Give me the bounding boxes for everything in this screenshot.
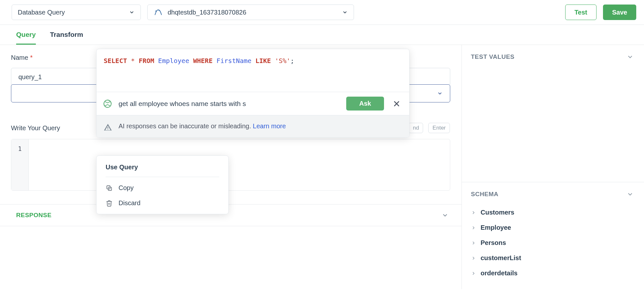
copy-icon	[106, 185, 113, 192]
sql-token: WHERE	[193, 57, 213, 65]
ai-prompt-input[interactable]	[119, 98, 340, 110]
test-values-section: TEST VALUES	[462, 45, 644, 69]
schema-label: SCHEMA	[471, 191, 498, 198]
left-column: Name * query_1 Write Your Query nd Enter	[0, 45, 462, 289]
schema-item-employee[interactable]: Employee	[471, 220, 634, 235]
required-asterisk: *	[30, 54, 33, 61]
ask-button[interactable]: Ask	[346, 97, 384, 111]
key-nd: nd	[409, 123, 423, 133]
chevron-down-icon	[437, 90, 443, 96]
chevron-down-icon	[441, 212, 449, 219]
svg-point-0	[156, 11, 156, 12]
db-connection-select[interactable]: dhqtestdb_1637318070826	[147, 5, 354, 20]
top-toolbar: Database Query dhqtestdb_1637318070826 T…	[0, 0, 644, 25]
use-query-header: Use Query	[97, 162, 228, 177]
test-values-label: TEST VALUES	[471, 53, 514, 60]
response-label: RESPONSE	[16, 212, 52, 219]
main-content: Name * query_1 Write Your Query nd Enter	[0, 45, 644, 289]
chevron-right-icon	[471, 225, 476, 230]
ai-prompt-row: Ask	[97, 92, 409, 115]
db-connection-value: dhqtestdb_1637318070826	[168, 9, 246, 16]
response-section-header[interactable]: RESPONSE	[0, 204, 462, 226]
schema-item-label: Persons	[481, 239, 506, 247]
name-label-text: Name	[11, 54, 28, 61]
chevron-down-icon	[627, 53, 634, 60]
schema-item-orderdetails[interactable]: orderdetails	[471, 266, 634, 281]
keyboard-hint: nd Enter	[409, 123, 450, 133]
chevron-right-icon	[471, 256, 476, 261]
ask-button-label: Ask	[359, 100, 371, 107]
save-button[interactable]: Save	[603, 5, 636, 20]
chevron-right-icon	[471, 271, 476, 276]
warning-text-span: AI responses can be inaccurate or mislea…	[119, 122, 253, 130]
sql-token: FROM	[139, 57, 154, 65]
right-column: TEST VALUES SCHEMA Customers	[462, 45, 644, 289]
openai-icon	[102, 99, 113, 109]
sql-token: ;	[290, 57, 294, 65]
warning-icon	[104, 121, 112, 132]
test-button[interactable]: Test	[565, 5, 597, 20]
tabs: Query Transform	[0, 25, 644, 45]
menu-separator	[106, 177, 219, 177]
schema-header[interactable]: SCHEMA	[471, 191, 634, 198]
sql-token: 'S%'	[275, 57, 290, 65]
sql-token: Employee	[158, 57, 189, 65]
schema-item-label: orderdetails	[481, 270, 517, 277]
schema-section: SCHEMA Customers Employee Persons	[462, 182, 644, 289]
trash-icon	[106, 200, 113, 207]
sql-token: *	[131, 57, 135, 65]
write-query-label: Write Your Query	[11, 124, 60, 132]
ai-warning-text: AI responses can be inaccurate or mislea…	[119, 121, 286, 132]
save-button-label: Save	[612, 9, 627, 16]
query-type-select[interactable]: Database Query	[12, 5, 141, 20]
chevron-down-icon	[129, 9, 135, 15]
sql-token: LIKE	[255, 57, 271, 65]
tab-query[interactable]: Query	[16, 31, 36, 45]
code-area[interactable]	[29, 139, 450, 190]
code-editor[interactable]: 1	[11, 139, 450, 191]
ai-suggestion-popup: SELECT * FROM Employee WHERE FirstName L…	[96, 49, 410, 138]
schema-list: Customers Employee Persons customerList …	[471, 205, 634, 281]
ai-warning: AI responses can be inaccurate or mislea…	[97, 115, 409, 137]
chevron-down-icon	[627, 191, 634, 198]
schema-item-customerlist[interactable]: customerList	[471, 250, 634, 266]
sql-token: FirstName	[216, 57, 251, 65]
menu-item-label: Copy	[119, 184, 134, 192]
schema-item-label: customerList	[481, 254, 521, 262]
schema-item-label: Employee	[481, 224, 511, 231]
use-query-menu: Use Query Copy Discard	[96, 155, 229, 214]
tab-transform[interactable]: Transform	[50, 31, 83, 45]
test-button-label: Test	[575, 9, 587, 16]
chevron-down-icon	[342, 9, 348, 15]
schema-item-persons[interactable]: Persons	[471, 235, 634, 250]
test-values-header[interactable]: TEST VALUES	[471, 53, 634, 60]
schema-item-label: Customers	[481, 209, 514, 216]
chevron-right-icon	[471, 210, 476, 215]
mysql-icon	[153, 7, 163, 17]
menu-item-discard[interactable]: Discard	[97, 196, 228, 211]
line-number: 1	[11, 145, 28, 152]
query-type-value: Database Query	[18, 9, 65, 16]
key-enter: Enter	[428, 123, 450, 133]
sql-preview: SELECT * FROM Employee WHERE FirstName L…	[97, 49, 409, 92]
schema-item-customers[interactable]: Customers	[471, 205, 634, 220]
chevron-right-icon	[471, 240, 476, 246]
learn-more-link[interactable]: Learn more	[253, 122, 286, 130]
menu-item-label: Discard	[119, 199, 140, 207]
code-gutter: 1	[11, 139, 29, 190]
menu-item-copy[interactable]: Copy	[97, 180, 228, 196]
sql-token: SELECT	[104, 57, 127, 65]
close-icon[interactable]	[390, 98, 403, 109]
